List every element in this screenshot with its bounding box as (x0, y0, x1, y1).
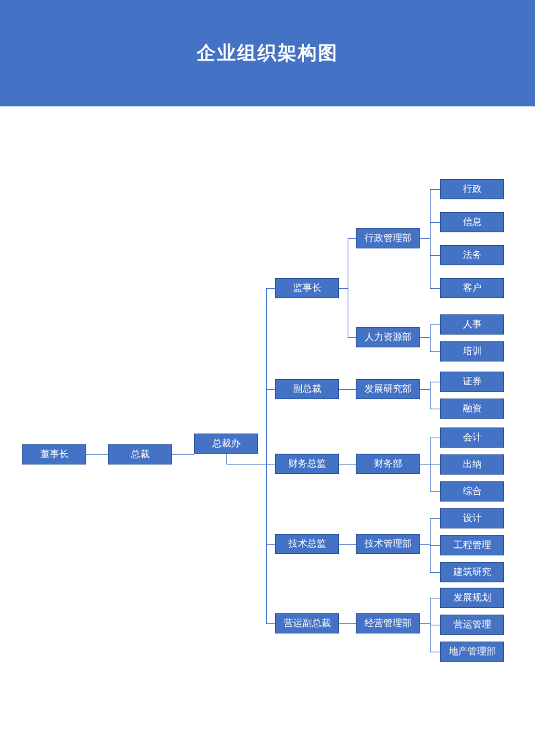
node-general: 综合 (440, 481, 504, 502)
node-coo: 营运副总裁 (275, 613, 339, 633)
connector (430, 438, 440, 438)
node-personnel: 人事 (440, 314, 504, 335)
connector (420, 337, 430, 338)
node-training: 培训 (440, 341, 504, 362)
connector (226, 454, 227, 464)
connector (266, 544, 275, 545)
node-hr-dept: 人力资源部 (356, 327, 420, 347)
node-financing: 融资 (440, 399, 504, 419)
connector (266, 464, 275, 465)
connector (420, 238, 430, 239)
node-cfo: 财务总监 (275, 454, 339, 474)
connector (430, 351, 440, 352)
org-chart: 董事长 总裁 总裁办 监事长 副总裁 财务总监 技术总监 营运副总裁 行政管理部… (0, 106, 535, 756)
node-customer: 客户 (440, 278, 504, 298)
connector (430, 491, 440, 492)
connector (172, 454, 194, 455)
connector (266, 288, 275, 289)
node-vice-president: 副总裁 (275, 379, 339, 399)
page-title: 企业组织架构图 (197, 40, 338, 66)
node-admin-dept: 行政管理部 (356, 228, 420, 248)
node-ops-mgmt: 营运管理 (440, 615, 504, 635)
connector (430, 189, 440, 190)
connector (348, 337, 356, 338)
connector (339, 623, 356, 624)
connector (430, 518, 440, 519)
page-header: 企业组织架构图 (0, 0, 535, 106)
connector (339, 464, 356, 465)
connector (226, 464, 266, 465)
connector (430, 324, 440, 325)
connector (430, 572, 440, 573)
connector (420, 623, 430, 624)
connector (430, 545, 440, 546)
node-cashier: 出纳 (440, 454, 504, 475)
node-design: 设计 (440, 508, 504, 528)
connector (266, 389, 275, 390)
node-president-office: 总裁办 (194, 434, 258, 454)
node-dev-planning: 发展规划 (440, 588, 504, 608)
connector (430, 625, 440, 625)
connector (420, 544, 430, 545)
node-tech-dept: 技术管理部 (356, 534, 420, 554)
node-engineering: 工程管理 (440, 535, 504, 555)
connector (430, 324, 431, 351)
node-supervisor: 监事长 (275, 278, 339, 298)
connector (430, 189, 431, 288)
connector (430, 382, 431, 409)
node-rd-dept: 发展研究部 (356, 379, 420, 399)
connector (86, 454, 108, 455)
connector (430, 465, 440, 465)
connector (430, 382, 440, 382)
connector (266, 623, 275, 624)
node-securities: 证券 (440, 372, 504, 392)
connector (348, 238, 356, 239)
connector (430, 409, 440, 409)
node-real-estate: 地产管理部 (440, 642, 504, 662)
node-accounting: 会计 (440, 427, 504, 448)
connector (420, 464, 430, 465)
connector (430, 288, 440, 289)
connector (430, 255, 440, 256)
node-finance-dept: 财务部 (356, 454, 420, 474)
node-ops-dept: 经营管理部 (356, 613, 420, 633)
node-construction: 建筑研究 (440, 562, 504, 582)
connector (339, 288, 348, 289)
node-president: 总裁 (108, 444, 172, 465)
node-administration: 行政 (440, 179, 504, 199)
connector (266, 288, 267, 623)
connector (430, 222, 440, 223)
connector (339, 544, 356, 545)
connector (348, 238, 348, 337)
node-legal: 法务 (440, 245, 504, 265)
connector (339, 389, 356, 390)
node-information: 信息 (440, 212, 504, 232)
connector (430, 652, 440, 652)
connector (420, 389, 430, 390)
connector (430, 598, 440, 598)
node-chairman: 董事长 (22, 444, 86, 465)
node-cto: 技术总监 (275, 534, 339, 554)
